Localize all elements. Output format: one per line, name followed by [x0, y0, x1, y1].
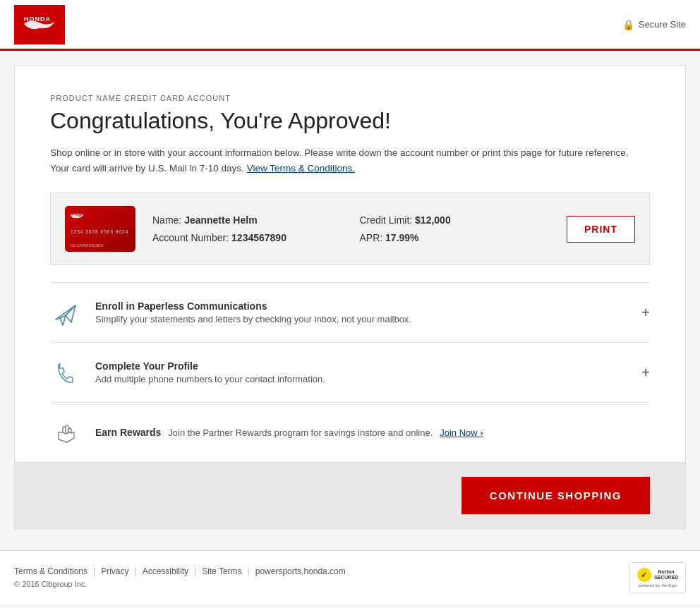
- credit-limit-info: Credit Limit: $12,000 APR: 17.99%: [360, 212, 550, 247]
- account-info-box: HONDA 1234 5678 0563 9024 LE CARDHOLDER …: [50, 193, 650, 265]
- congrats-text: Shop online or in store with your accoun…: [50, 145, 650, 176]
- rewards-icon: [50, 417, 81, 448]
- card-number: 1234 5678 0563 9024: [71, 229, 130, 234]
- credit-card-visual: HONDA 1234 5678 0563 9024 LE CARDHOLDER: [65, 206, 135, 252]
- footer-copyright: © 2016 Citigroup Inc.: [14, 580, 88, 588]
- paperless-expand-icon[interactable]: +: [641, 305, 650, 321]
- paperless-title: Enroll in Paperless Communications: [95, 300, 627, 312]
- account-number-label: Account Number:: [152, 232, 229, 243]
- profile-text: Complete Your Profile Add multiple phone…: [95, 360, 627, 384]
- paperless-section: Enroll in Paperless Communications Simpl…: [50, 282, 650, 342]
- footer-links: Terms & Conditions | Privacy | Accessibi…: [14, 566, 418, 589]
- action-bar: CONTINUE SHOPPING: [15, 462, 685, 528]
- footer-site-terms-link[interactable]: Site Terms: [202, 566, 241, 576]
- account-name-info: Name: Jeannette Helm Account Number: 123…: [152, 212, 343, 247]
- name-value: Jeannette Helm: [184, 214, 257, 226]
- name-label: Name:: [152, 214, 181, 226]
- congrats-title: Congratulations, You're Approved!: [50, 108, 650, 134]
- approval-card: PRODUCT NAME CREDIT CARD ACCOUNT Congrat…: [14, 65, 686, 529]
- lock-icon: 🔒: [622, 19, 634, 30]
- footer-sep-4: |: [248, 566, 250, 576]
- rewards-title: Earn Rewards: [95, 427, 161, 438]
- honda-logo: HONDA: [14, 5, 65, 44]
- norton-verisign: powered by VeriSign: [638, 583, 677, 588]
- secure-site-label: Secure Site: [639, 19, 686, 30]
- account-number-value: 1234567890: [231, 232, 286, 243]
- secure-site-indicator: 🔒 Secure Site: [622, 19, 686, 30]
- apr-label: APR:: [360, 232, 383, 243]
- paperless-desc: Simplify your statements and letters by …: [95, 314, 627, 324]
- page-header: HONDA 🔒 Secure Site: [0, 0, 700, 51]
- profile-expand-icon[interactable]: +: [641, 365, 650, 381]
- paperless-icon: [50, 297, 81, 328]
- product-label: PRODUCT NAME CREDIT CARD ACCOUNT: [50, 94, 650, 102]
- profile-icon: [50, 357, 81, 388]
- page-footer: Terms & Conditions | Privacy | Accessibi…: [0, 550, 700, 604]
- join-now-link[interactable]: Join Now ›: [440, 427, 483, 438]
- profile-desc: Add multiple phone numbers to your conta…: [95, 374, 627, 384]
- apr-value: 17.99%: [385, 232, 418, 243]
- footer-accessibility-link[interactable]: Accessibility: [143, 566, 188, 576]
- continue-shopping-button[interactable]: CONTINUE SHOPPING: [461, 477, 650, 514]
- paperless-text: Enroll in Paperless Communications Simpl…: [95, 300, 627, 324]
- rewards-desc: Join the Partner Rewards program for sav…: [168, 427, 433, 438]
- footer-privacy-link[interactable]: Privacy: [101, 566, 128, 576]
- credit-limit-value: $12,000: [415, 214, 451, 226]
- profile-title: Complete Your Profile: [95, 360, 627, 372]
- footer-honda-link[interactable]: powersports.honda.com: [255, 566, 346, 576]
- footer-right: ✓ NortonSECURED powered by VeriSign: [629, 562, 686, 593]
- footer-terms-link[interactable]: Terms & Conditions: [14, 566, 88, 576]
- credit-limit-label: Credit Limit:: [360, 214, 413, 226]
- norton-text: NortonSECURED: [654, 569, 678, 581]
- card-cardholder: LE CARDHOLDER: [71, 243, 130, 248]
- footer-sep-2: |: [135, 566, 137, 576]
- footer-sep-3: |: [194, 566, 196, 576]
- norton-check-icon: ✓: [637, 568, 651, 582]
- view-terms-link[interactable]: View Terms & Conditions.: [247, 163, 355, 174]
- card-logo-area: HONDA: [71, 210, 130, 220]
- profile-section: Complete Your Profile Add multiple phone…: [50, 342, 650, 402]
- main-content: PRODUCT NAME CREDIT CARD ACCOUNT Congrat…: [0, 51, 700, 550]
- norton-badge: ✓ NortonSECURED powered by VeriSign: [629, 562, 686, 593]
- rewards-section: Earn Rewards Join the Partner Rewards pr…: [50, 402, 650, 462]
- print-button[interactable]: PRINT: [567, 216, 635, 243]
- rewards-text: Earn Rewards Join the Partner Rewards pr…: [95, 427, 650, 438]
- footer-sep-1: |: [93, 566, 95, 576]
